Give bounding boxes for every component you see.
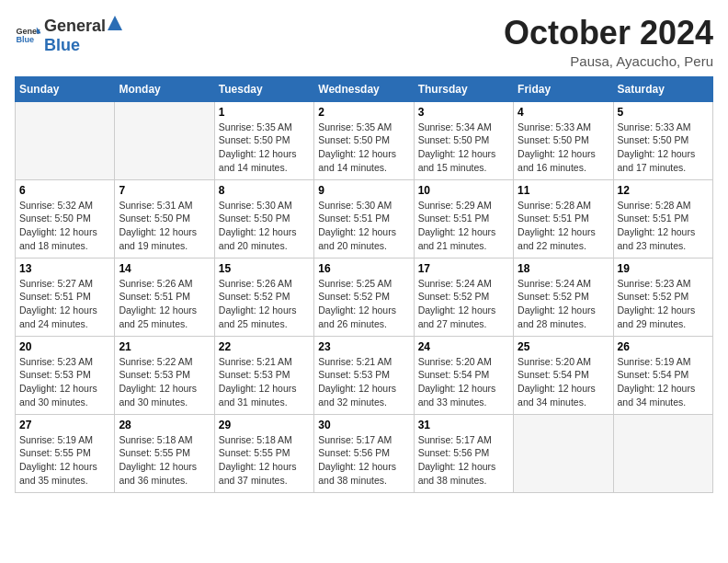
day-number: 7: [119, 184, 210, 197]
calendar-cell: 10Sunrise: 5:29 AMSunset: 5:51 PMDayligh…: [414, 179, 513, 258]
calendar-table: SundayMondayTuesdayWednesdayThursdayFrid…: [15, 76, 713, 493]
calendar-cell: 26Sunrise: 5:19 AMSunset: 5:54 PMDayligh…: [613, 336, 712, 414]
day-info: Sunrise: 5:29 AMSunset: 5:51 PMDaylight:…: [418, 199, 509, 253]
day-number: 27: [19, 419, 110, 431]
calendar-cell: 19Sunrise: 5:23 AMSunset: 5:52 PMDayligh…: [613, 258, 712, 336]
calendar-cell: 25Sunrise: 5:20 AMSunset: 5:54 PMDayligh…: [514, 336, 613, 414]
day-number: 15: [219, 262, 310, 275]
calendar-cell: 30Sunrise: 5:17 AMSunset: 5:56 PMDayligh…: [314, 414, 414, 492]
day-number: 19: [618, 262, 709, 275]
calendar-cell: 12Sunrise: 5:28 AMSunset: 5:51 PMDayligh…: [613, 179, 712, 258]
logo-general: General: [44, 17, 106, 36]
day-info: Sunrise: 5:20 AMSunset: 5:54 PMDaylight:…: [518, 355, 609, 409]
calendar-cell: 6Sunrise: 5:32 AMSunset: 5:50 PMDaylight…: [16, 179, 115, 258]
calendar-week-row: 13Sunrise: 5:27 AMSunset: 5:51 PMDayligh…: [16, 258, 713, 336]
day-number: 1: [219, 106, 310, 119]
day-info: Sunrise: 5:30 AMSunset: 5:51 PMDaylight:…: [318, 199, 409, 253]
day-info: Sunrise: 5:19 AMSunset: 5:55 PMDaylight:…: [19, 433, 110, 488]
day-info: Sunrise: 5:30 AMSunset: 5:50 PMDaylight:…: [219, 199, 310, 253]
day-number: 25: [518, 340, 609, 353]
day-info: Sunrise: 5:26 AMSunset: 5:52 PMDaylight:…: [219, 277, 310, 331]
weekday-header-wednesday: Wednesday: [314, 76, 414, 101]
calendar-week-row: 6Sunrise: 5:32 AMSunset: 5:50 PMDaylight…: [16, 179, 713, 258]
calendar-cell: 27Sunrise: 5:19 AMSunset: 5:55 PMDayligh…: [16, 414, 115, 492]
day-number: 8: [219, 184, 310, 197]
day-number: 17: [418, 262, 509, 275]
day-info: Sunrise: 5:35 AMSunset: 5:50 PMDaylight:…: [318, 121, 409, 175]
day-info: Sunrise: 5:33 AMSunset: 5:50 PMDaylight:…: [618, 121, 709, 175]
day-number: 24: [418, 340, 509, 353]
day-info: Sunrise: 5:18 AMSunset: 5:55 PMDaylight:…: [119, 433, 210, 488]
weekday-header-monday: Monday: [115, 76, 214, 101]
day-info: Sunrise: 5:21 AMSunset: 5:53 PMDaylight:…: [219, 355, 310, 409]
svg-text:Blue: Blue: [16, 35, 34, 44]
day-info: Sunrise: 5:32 AMSunset: 5:50 PMDaylight:…: [19, 199, 110, 253]
calendar-cell: 1Sunrise: 5:35 AMSunset: 5:50 PMDaylight…: [214, 101, 313, 179]
calendar-week-row: 1Sunrise: 5:35 AMSunset: 5:50 PMDaylight…: [16, 101, 713, 179]
day-number: 30: [318, 419, 409, 431]
day-number: 6: [19, 184, 110, 197]
weekday-header-row: SundayMondayTuesdayWednesdayThursdayFrid…: [16, 76, 713, 101]
calendar-cell: 2Sunrise: 5:35 AMSunset: 5:50 PMDaylight…: [314, 101, 414, 179]
calendar-cell: 20Sunrise: 5:23 AMSunset: 5:53 PMDayligh…: [16, 336, 115, 414]
day-number: 21: [119, 340, 210, 353]
day-info: Sunrise: 5:26 AMSunset: 5:51 PMDaylight:…: [119, 277, 210, 331]
logo-triangle-icon: [107, 15, 123, 31]
calendar-cell: 3Sunrise: 5:34 AMSunset: 5:50 PMDaylight…: [414, 101, 513, 179]
day-number: 4: [518, 106, 609, 119]
calendar-cell: 13Sunrise: 5:27 AMSunset: 5:51 PMDayligh…: [16, 258, 115, 336]
calendar-cell: 21Sunrise: 5:22 AMSunset: 5:53 PMDayligh…: [115, 336, 214, 414]
calendar-cell: 7Sunrise: 5:31 AMSunset: 5:50 PMDaylight…: [115, 179, 214, 258]
calendar-cell: [613, 414, 712, 492]
title-block: October 2024 Pausa, Ayacucho, Peru: [504, 15, 713, 69]
day-number: 22: [219, 340, 310, 353]
logo-icon: General Blue: [15, 22, 40, 48]
weekday-header-thursday: Thursday: [414, 76, 513, 101]
logo: General Blue General Blue: [15, 15, 124, 55]
day-info: Sunrise: 5:18 AMSunset: 5:55 PMDaylight:…: [219, 433, 310, 488]
day-number: 29: [219, 419, 310, 431]
day-info: Sunrise: 5:28 AMSunset: 5:51 PMDaylight:…: [618, 199, 709, 253]
day-number: 14: [119, 262, 210, 275]
location-label: Pausa, Ayacucho, Peru: [504, 53, 713, 69]
month-year-title: October 2024: [504, 15, 713, 52]
day-number: 2: [318, 106, 409, 119]
svg-marker-3: [108, 16, 122, 30]
day-info: Sunrise: 5:22 AMSunset: 5:53 PMDaylight:…: [119, 355, 210, 409]
logo-blue: Blue: [44, 36, 80, 54]
calendar-cell: 11Sunrise: 5:28 AMSunset: 5:51 PMDayligh…: [514, 179, 613, 258]
day-number: 31: [418, 419, 509, 431]
day-number: 11: [518, 184, 609, 197]
weekday-header-saturday: Saturday: [613, 76, 712, 101]
day-number: 23: [318, 340, 409, 353]
calendar-cell: 9Sunrise: 5:30 AMSunset: 5:51 PMDaylight…: [314, 179, 414, 258]
day-info: Sunrise: 5:28 AMSunset: 5:51 PMDaylight:…: [518, 199, 609, 253]
day-info: Sunrise: 5:17 AMSunset: 5:56 PMDaylight:…: [418, 433, 509, 488]
calendar-cell: 5Sunrise: 5:33 AMSunset: 5:50 PMDaylight…: [613, 101, 712, 179]
day-info: Sunrise: 5:25 AMSunset: 5:52 PMDaylight:…: [318, 277, 409, 331]
calendar-cell: 29Sunrise: 5:18 AMSunset: 5:55 PMDayligh…: [214, 414, 313, 492]
day-number: 28: [119, 419, 210, 431]
day-info: Sunrise: 5:21 AMSunset: 5:53 PMDaylight:…: [318, 355, 409, 409]
day-number: 9: [318, 184, 409, 197]
day-info: Sunrise: 5:20 AMSunset: 5:54 PMDaylight:…: [418, 355, 509, 409]
day-number: 3: [418, 106, 509, 119]
day-info: Sunrise: 5:34 AMSunset: 5:50 PMDaylight:…: [418, 121, 509, 175]
calendar-cell: 8Sunrise: 5:30 AMSunset: 5:50 PMDaylight…: [214, 179, 313, 258]
day-info: Sunrise: 5:19 AMSunset: 5:54 PMDaylight:…: [618, 355, 709, 409]
header: General Blue General Blue October 2024 P…: [15, 15, 713, 69]
calendar-cell: [115, 101, 214, 179]
calendar-cell: [16, 101, 115, 179]
day-number: 18: [518, 262, 609, 275]
day-info: Sunrise: 5:24 AMSunset: 5:52 PMDaylight:…: [518, 277, 609, 331]
day-number: 26: [618, 340, 709, 353]
weekday-header-sunday: Sunday: [16, 76, 115, 101]
calendar-week-row: 20Sunrise: 5:23 AMSunset: 5:53 PMDayligh…: [16, 336, 713, 414]
day-info: Sunrise: 5:27 AMSunset: 5:51 PMDaylight:…: [19, 277, 110, 331]
day-info: Sunrise: 5:31 AMSunset: 5:50 PMDaylight:…: [119, 199, 210, 253]
weekday-header-tuesday: Tuesday: [214, 76, 313, 101]
calendar-cell: 14Sunrise: 5:26 AMSunset: 5:51 PMDayligh…: [115, 258, 214, 336]
calendar-cell: 28Sunrise: 5:18 AMSunset: 5:55 PMDayligh…: [115, 414, 214, 492]
day-info: Sunrise: 5:17 AMSunset: 5:56 PMDaylight:…: [318, 433, 409, 488]
calendar-cell: 18Sunrise: 5:24 AMSunset: 5:52 PMDayligh…: [514, 258, 613, 336]
